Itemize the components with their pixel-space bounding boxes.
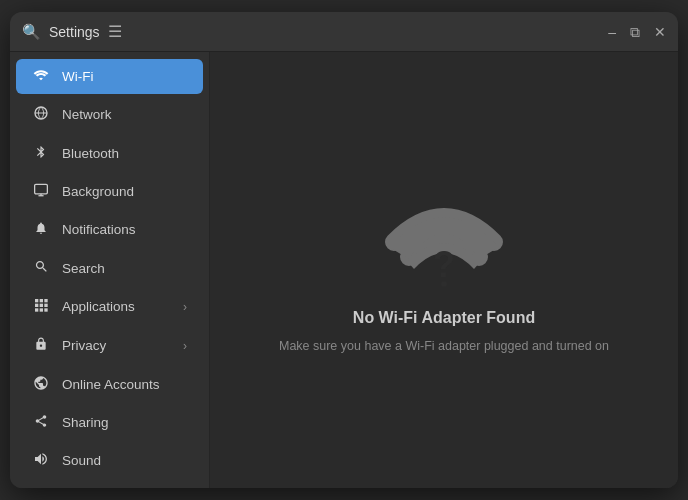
applications-icon xyxy=(32,297,50,316)
sidebar-item-network[interactable]: Network xyxy=(16,96,203,133)
svg-rect-6 xyxy=(40,299,43,302)
sidebar-item-label: Applications xyxy=(62,299,135,314)
main-content-area: Wi-FiNetworkBluetoothBackgroundNotificat… xyxy=(10,52,678,488)
bluetooth-icon xyxy=(32,144,50,163)
svg-rect-7 xyxy=(44,299,47,302)
network-icon xyxy=(32,105,50,124)
svg-text:?: ? xyxy=(433,244,455,285)
chevron-right-icon: › xyxy=(183,339,187,353)
svg-rect-5 xyxy=(35,299,38,302)
settings-window: 🔍 Settings ☰ – ⧉ ✕ Wi-FiNetworkBluetooth… xyxy=(10,12,678,488)
titlebar: 🔍 Settings ☰ – ⧉ ✕ xyxy=(10,12,678,52)
svg-rect-11 xyxy=(35,308,38,311)
restore-button[interactable]: ⧉ xyxy=(630,25,640,39)
sidebar-item-label: Search xyxy=(62,261,105,276)
sidebar-item-power[interactable]: Power xyxy=(16,481,203,488)
sidebar-item-sharing[interactable]: Sharing xyxy=(16,405,203,440)
svg-rect-8 xyxy=(35,304,38,307)
no-adapter-title: No Wi-Fi Adapter Found xyxy=(353,309,535,327)
sidebar-item-background[interactable]: Background xyxy=(16,174,203,209)
sidebar-item-label: Notifications xyxy=(62,222,136,237)
notifications-icon xyxy=(32,220,50,239)
sidebar-item-label: Bluetooth xyxy=(62,146,119,161)
wifi-main-panel: ? No Wi-Fi Adapter Found Make sure you h… xyxy=(210,52,678,488)
svg-rect-2 xyxy=(35,184,48,194)
wifi-icon xyxy=(32,68,50,85)
no-adapter-container: ? No Wi-Fi Adapter Found Make sure you h… xyxy=(279,187,609,353)
sidebar-item-label: Sharing xyxy=(62,415,109,430)
no-adapter-subtitle: Make sure you have a Wi-Fi adapter plugg… xyxy=(279,339,609,353)
sidebar-item-sound[interactable]: Sound xyxy=(16,442,203,479)
sidebar-item-applications[interactable]: Applications› xyxy=(16,288,203,325)
search-icon[interactable]: 🔍 xyxy=(22,23,41,41)
privacy-icon xyxy=(32,336,50,355)
svg-rect-12 xyxy=(40,308,43,311)
sidebar-item-label: Privacy xyxy=(62,338,106,353)
chevron-right-icon: › xyxy=(183,300,187,314)
sidebar-item-label: Wi-Fi xyxy=(62,69,93,84)
sound-icon xyxy=(32,451,50,470)
svg-rect-13 xyxy=(44,308,47,311)
minimize-button[interactable]: – xyxy=(608,25,616,39)
svg-rect-9 xyxy=(40,304,43,307)
close-button[interactable]: ✕ xyxy=(654,25,666,39)
sidebar-item-label: Background xyxy=(62,184,134,199)
svg-rect-10 xyxy=(44,304,47,307)
sidebar-item-wifi[interactable]: Wi-Fi xyxy=(16,59,203,94)
window-title: Settings xyxy=(49,24,100,40)
wifi-question-icon: ? xyxy=(379,187,509,297)
titlebar-left: 🔍 Settings ☰ xyxy=(22,22,122,41)
sidebar-item-label: Online Accounts xyxy=(62,377,160,392)
sidebar: Wi-FiNetworkBluetoothBackgroundNotificat… xyxy=(10,52,210,488)
sidebar-item-search[interactable]: Search xyxy=(16,250,203,286)
sidebar-item-online-accounts[interactable]: Online Accounts xyxy=(16,366,203,403)
sidebar-item-privacy[interactable]: Privacy› xyxy=(16,327,203,364)
sidebar-item-label: Sound xyxy=(62,453,101,468)
sidebar-item-label: Network xyxy=(62,107,112,122)
window-controls: – ⧉ ✕ xyxy=(608,25,666,39)
search-icon xyxy=(32,259,50,277)
svg-point-15 xyxy=(441,281,447,287)
sidebar-item-bluetooth[interactable]: Bluetooth xyxy=(16,135,203,172)
hamburger-icon[interactable]: ☰ xyxy=(108,22,122,41)
background-icon xyxy=(32,183,50,200)
online-accounts-icon xyxy=(32,375,50,394)
sharing-icon xyxy=(32,414,50,431)
sidebar-item-notifications[interactable]: Notifications xyxy=(16,211,203,248)
